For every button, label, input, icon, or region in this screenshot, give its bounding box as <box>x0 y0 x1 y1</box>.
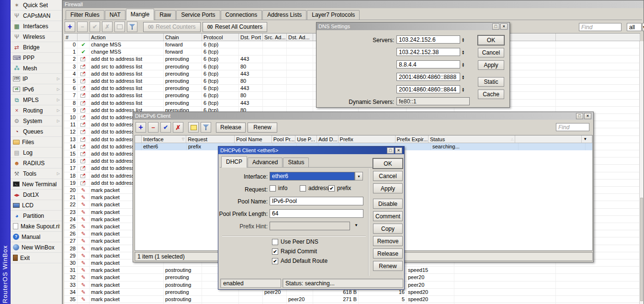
maximize-icon[interactable]: □ <box>492 23 499 30</box>
column-header-add-d[interactable]: Add D... <box>317 135 339 143</box>
enable-client-button[interactable]: ✔ <box>160 122 171 133</box>
column-header-request[interactable]: Request <box>186 135 235 143</box>
dns-server-input[interactable] <box>396 48 460 56</box>
filter-button[interactable] <box>127 22 137 32</box>
sidebar-item-dot1x[interactable]: ◂▸Dot1X <box>11 190 62 200</box>
tab-filter-rules[interactable]: Filter Rules <box>66 10 104 20</box>
sidebar-item-exit[interactable]: Exit <box>11 253 62 263</box>
column-header-pool-name[interactable]: Pool Name <box>235 135 271 143</box>
ok-button[interactable]: OK <box>478 35 504 45</box>
maximize-icon[interactable]: □ <box>387 147 394 154</box>
tab-connections[interactable]: Connections <box>221 10 262 20</box>
vertical-scrollbar[interactable] <box>639 41 644 304</box>
spinner-icon[interactable]: ▲▼ <box>462 48 464 56</box>
column-header-prefix[interactable]: Prefix <box>339 135 395 143</box>
sidebar-item-queues[interactable]: ◔Queues <box>11 126 62 137</box>
checkbox-icon[interactable]: ✔ <box>272 258 278 264</box>
spinner-icon[interactable]: ▲▼ <box>462 85 464 93</box>
sidebar-item-system[interactable]: ⚙System▷ <box>11 116 62 126</box>
spinner-icon[interactable]: ▲▼ <box>462 60 464 68</box>
column-header-status[interactable]: Status△ <box>429 135 515 143</box>
sidebar-item-ppp[interactable]: ⌨PPP <box>11 53 62 63</box>
maximize-icon[interactable]: □ <box>576 113 583 119</box>
tab-service-ports[interactable]: Service Ports <box>176 10 220 20</box>
scrollbar-thumb[interactable] <box>640 198 643 301</box>
find-scope-select[interactable] <box>627 23 642 31</box>
sidebar-item-interfaces[interactable]: ▦Interfaces <box>11 21 62 32</box>
sidebar-item-log[interactable]: ▤Log <box>11 147 62 158</box>
close-icon[interactable]: × <box>584 113 591 119</box>
tab-advanced[interactable]: Advanced <box>248 158 282 167</box>
release-button[interactable]: Release <box>373 248 403 259</box>
filter-button[interactable] <box>201 122 211 133</box>
close-icon[interactable]: × <box>500 23 508 30</box>
sidebar-item-files[interactable]: Files <box>11 137 62 147</box>
column-header-chain[interactable]: Chain <box>164 34 202 41</box>
checkbox-prefix[interactable]: ✔prefix <box>328 185 351 191</box>
ok-button[interactable]: OK <box>373 158 403 169</box>
spinner-icon[interactable]: ▲▼ <box>462 35 464 44</box>
dns-server-input[interactable] <box>396 73 460 81</box>
spinner-icon[interactable]: ▲▼ <box>462 73 464 81</box>
apply-button[interactable]: Apply <box>478 60 504 70</box>
find-scope-dropdown-icon[interactable]: ▼ <box>642 23 644 31</box>
sidebar-item-manual[interactable]: ?Manual <box>11 232 62 242</box>
header-dropdown-icon[interactable]: ▼ <box>583 137 587 141</box>
checkbox-add-default-route[interactable]: ✔Add Default Route <box>272 258 328 264</box>
checkbox-icon[interactable] <box>300 185 306 191</box>
checkbox-rapid-commit[interactable]: ✔Rapid Commit <box>272 248 317 255</box>
tab-raw[interactable]: Raw <box>155 10 176 20</box>
tab-mangle[interactable]: Mangle <box>126 9 154 20</box>
reset-all-counters-button[interactable]: 00 Reset All Counters <box>203 22 268 32</box>
column-header-blank[interactable] <box>515 135 582 143</box>
renew-button[interactable]: Renew <box>373 261 403 271</box>
sidebar-item-ipv6[interactable]: v6IPv6▷ <box>11 84 62 95</box>
column-header-dst-ad[interactable]: Dst. Ad... <box>287 34 313 41</box>
tab-dhcp[interactable]: DHCP <box>221 156 247 168</box>
dhcpv6-titlebar[interactable]: DHCPv6 Client □ × <box>133 112 593 120</box>
column-header-blank[interactable] <box>135 135 142 143</box>
comment-button[interactable] <box>188 122 199 133</box>
tab-layer7-protocols[interactable]: Layer7 Protocols <box>307 10 360 20</box>
checkbox-icon[interactable]: ✔ <box>328 185 335 191</box>
dns-server-input[interactable] <box>396 35 460 44</box>
sidebar-item-mpls[interactable]: ⧉MPLS▷ <box>11 95 62 105</box>
close-icon[interactable]: × <box>395 147 402 154</box>
sidebar-item-new-winbox[interactable]: New WinBox <box>11 242 62 253</box>
dialog-titlebar[interactable]: DHCPv6 Client <ether6> □ × <box>218 146 404 154</box>
column-header-protocol[interactable]: Protocol <box>202 34 239 41</box>
sidebar-item-tools[interactable]: ⚒Tools▷ <box>11 169 62 179</box>
renew-button[interactable]: Renew <box>248 123 277 133</box>
sidebar-item-new-terminal[interactable]: ›_New Terminal <box>11 179 62 190</box>
pool-prefix-length-input[interactable] <box>270 209 363 218</box>
column-header-blank[interactable] <box>556 34 640 41</box>
checkbox-icon[interactable] <box>272 239 278 245</box>
column-header-[interactable]: # <box>64 34 78 41</box>
add-rule-button[interactable]: + <box>65 22 75 32</box>
prefix-hint-dropdown-icon[interactable]: ▼ <box>354 223 358 227</box>
cache-button[interactable]: Cache <box>478 90 504 99</box>
column-header-action[interactable]: Action <box>90 34 164 41</box>
firewall-titlebar[interactable]: Firewall <box>63 0 644 8</box>
add-client-button[interactable]: + <box>136 122 146 133</box>
tab-address-lists[interactable]: Address Lists <box>262 10 306 20</box>
dns-server-input[interactable] <box>396 60 460 68</box>
cancel-button[interactable]: Cancel <box>478 48 504 57</box>
column-header-blank[interactable] <box>78 34 90 41</box>
checkbox-use-peer-dns[interactable]: Use Peer DNS <box>272 238 318 245</box>
column-header-interface[interactable]: Interface▽ <box>142 135 186 143</box>
sidebar-item-make-supout-rif[interactable]: Make Supout.rif <box>11 221 62 232</box>
sidebar-item-ip[interactable]: 255IP▷ <box>11 74 62 84</box>
remove-rule-button[interactable]: − <box>77 22 88 32</box>
release-button[interactable]: Release <box>216 123 246 133</box>
column-header-prefix-expir[interactable]: Prefix Expir... <box>395 135 429 143</box>
tab-status[interactable]: Status <box>283 158 309 167</box>
cancel-button[interactable]: Cancel <box>373 171 403 181</box>
column-header-src-ad[interactable]: Src. Ad... <box>263 34 287 41</box>
static-button[interactable]: Static <box>478 77 504 87</box>
sidebar-item-bridge[interactable]: ⇄Bridge <box>11 42 62 53</box>
remove-client-button[interactable]: − <box>148 122 158 133</box>
sidebar-item-wireless[interactable]: ΨWireless <box>11 32 62 42</box>
column-header-pool-pr[interactable]: Pool Pr... <box>272 135 296 143</box>
comment-button[interactable]: Comment <box>373 211 403 221</box>
